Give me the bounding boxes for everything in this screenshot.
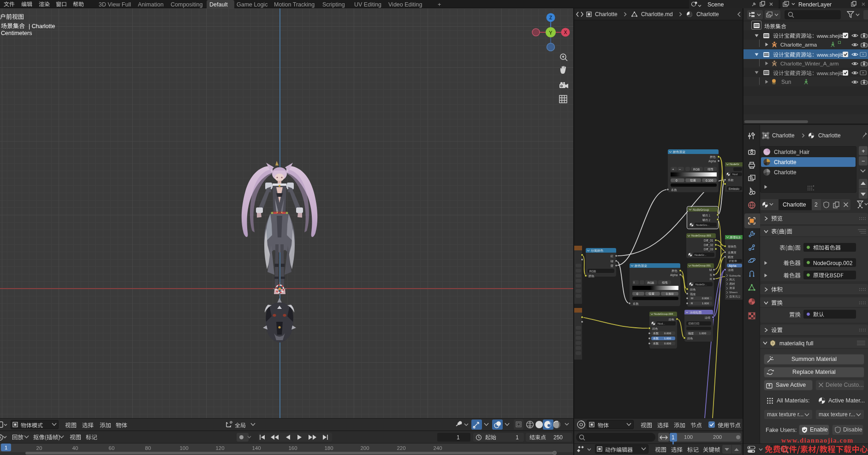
svg-text:Y: Y [549, 30, 553, 35]
svg-text:X: X [564, 30, 567, 35]
svg-text:Z: Z [549, 15, 552, 20]
